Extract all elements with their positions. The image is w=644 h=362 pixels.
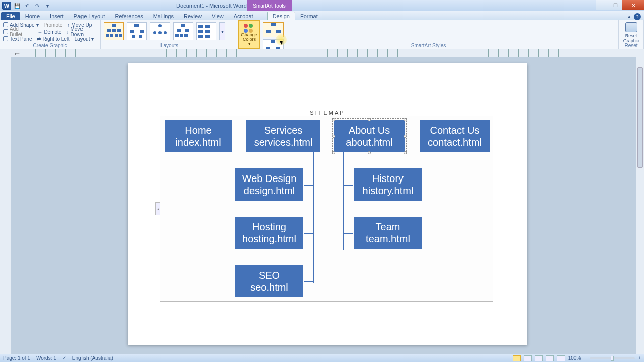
layouts-more-button[interactable]: ▾: [219, 22, 225, 40]
group-smartart-styles: ▾ SmartArt Styles: [260, 20, 619, 49]
node-services[interactable]: Servicesservices.html: [246, 120, 320, 152]
change-colors-icon: [244, 24, 255, 33]
tab-selector-icon[interactable]: ⌐: [0, 49, 35, 57]
smartart-frame[interactable]: ◂ Homeindex.html Servicesservices.html A…: [160, 116, 493, 302]
demote-button[interactable]: → Demote: [37, 29, 61, 35]
ribbon-help: ▴ ?: [628, 13, 644, 20]
minimize-button[interactable]: —: [596, 0, 609, 10]
reset-graphic-icon[interactable]: [625, 22, 637, 32]
tab-references[interactable]: References: [110, 12, 148, 20]
view-full-screen-button[interactable]: [524, 355, 532, 361]
sitemap-title[interactable]: SITEMAP: [128, 110, 527, 116]
tab-design[interactable]: Design: [267, 12, 295, 20]
node-hosting[interactable]: Hostinghosting.html: [235, 217, 303, 249]
ribbon-tabs: File Home Insert Page Layout References …: [0, 11, 644, 20]
tab-home[interactable]: Home: [20, 12, 45, 20]
group-label-create-graphic: Create Graphic: [0, 43, 100, 48]
horizontal-ruler[interactable]: [35, 49, 644, 57]
layout-thumb-5[interactable]: [196, 22, 216, 40]
tab-mailings[interactable]: Mailings: [148, 12, 179, 20]
tab-insert[interactable]: Insert: [45, 12, 69, 20]
tab-acrobat[interactable]: Acrobat: [229, 12, 258, 20]
minimize-ribbon-icon[interactable]: ▴: [628, 13, 631, 20]
zoom-slider-thumb[interactable]: [611, 356, 614, 361]
view-draft-button[interactable]: [557, 355, 565, 361]
help-icon[interactable]: ?: [634, 13, 641, 20]
group-label-styles: SmartArt Styles: [238, 43, 618, 48]
tab-format[interactable]: Format: [295, 12, 323, 20]
maximize-button[interactable]: ☐: [609, 0, 622, 10]
quick-access-toolbar: W 💾 ↶ ↷ ▾: [0, 2, 51, 10]
vertical-scrollbar[interactable]: [636, 57, 644, 354]
zoom-slider[interactable]: [590, 357, 635, 359]
qat-save-icon[interactable]: 💾: [13, 2, 21, 10]
qat-redo-icon[interactable]: ↷: [33, 2, 41, 10]
group-create-graphic: Add Shape ▾Promote↑ Move Up Add Bullet→ …: [0, 20, 101, 49]
group-reset: ResetGraphic Reset: [619, 20, 644, 49]
layout-button[interactable]: Layout ▾: [74, 36, 94, 42]
qat-customize-icon[interactable]: ▾: [43, 2, 51, 10]
group-label-layouts: Layouts: [101, 43, 238, 48]
node-home[interactable]: Homeindex.html: [165, 120, 232, 152]
status-page[interactable]: Page: 1 of 1: [3, 355, 30, 361]
tab-file[interactable]: File: [1, 12, 20, 20]
layout-thumb-1[interactable]: [104, 22, 124, 40]
group-layouts: ▾ Layouts: [101, 20, 238, 49]
status-words[interactable]: Words: 1: [36, 355, 56, 361]
status-spellcheck-icon[interactable]: ✓: [62, 355, 66, 361]
node-about[interactable]: About Usabout.html: [334, 120, 405, 152]
window-title: Document1 - Microsoft Word: [70, 3, 352, 9]
word-app-icon[interactable]: W: [2, 2, 11, 10]
page[interactable]: SITEMAP ◂ Homeindex.html Servicesservice…: [128, 63, 527, 345]
node-team[interactable]: Teamteam.html: [354, 217, 422, 249]
document-viewport[interactable]: SITEMAP ◂ Homeindex.html Servicesservice…: [11, 57, 644, 354]
tab-review[interactable]: Review: [179, 12, 207, 20]
scrollbar-thumb[interactable]: [637, 67, 643, 168]
layout-thumb-3[interactable]: [150, 22, 170, 40]
document-area: SITEMAP ◂ Homeindex.html Servicesservice…: [0, 57, 644, 354]
node-contact[interactable]: Contact Uscontact.html: [420, 120, 490, 152]
text-pane-toggle-icon[interactable]: ◂: [155, 202, 160, 215]
window-controls: — ☐ ✕: [596, 0, 644, 10]
status-bar: Page: 1 of 1 Words: 1 ✓ English (Austral…: [0, 354, 644, 362]
tab-view[interactable]: View: [207, 12, 229, 20]
style-thumb-1[interactable]: [263, 22, 284, 37]
view-web-layout-button[interactable]: [535, 355, 543, 361]
reset-graphic-button[interactable]: ResetGraphic: [623, 33, 639, 43]
status-language[interactable]: English (Australia): [72, 355, 113, 361]
zoom-in-button[interactable]: +: [638, 355, 641, 361]
tab-page-layout[interactable]: Page Layout: [69, 12, 110, 20]
horizontal-ruler-bar: ⌐: [0, 49, 644, 57]
ribbon: Add Shape ▾Promote↑ Move Up Add Bullet→ …: [0, 20, 644, 49]
node-webdesign[interactable]: Web Designdesign.html: [235, 168, 303, 201]
layout-thumb-2[interactable]: [127, 22, 147, 40]
group-label-reset: Reset: [619, 43, 643, 48]
promote-button: Promote: [44, 22, 63, 28]
view-outline-button[interactable]: [546, 355, 554, 361]
right-to-left-button[interactable]: ⇄ Right to Left: [37, 36, 69, 42]
text-pane-button[interactable]: Text Pane: [3, 36, 32, 42]
close-button[interactable]: ✕: [622, 0, 644, 10]
qat-undo-icon[interactable]: ↶: [23, 2, 31, 10]
zoom-out-button[interactable]: −: [584, 355, 587, 361]
vertical-ruler[interactable]: [0, 57, 11, 354]
view-print-layout-button[interactable]: [513, 355, 521, 361]
layout-thumb-4[interactable]: [173, 22, 193, 40]
title-bar: W 💾 ↶ ↷ ▾ Document1 - Microsoft Word Sma…: [0, 0, 644, 11]
contextual-tab-header: SmartArt Tools: [247, 0, 292, 11]
zoom-level[interactable]: 100%: [568, 355, 581, 361]
node-seo[interactable]: SEOseo.html: [235, 265, 303, 297]
node-history[interactable]: Historyhistory.html: [354, 168, 422, 201]
